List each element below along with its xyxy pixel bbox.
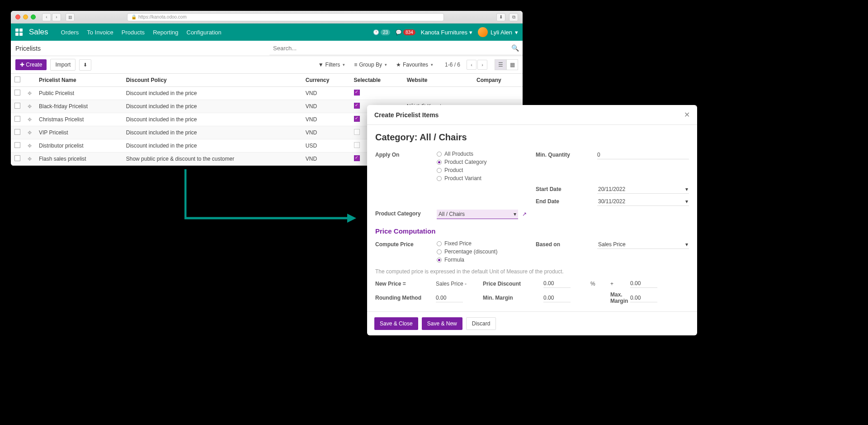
cell-policy: Show public price & discount to the cust… bbox=[123, 153, 302, 166]
end-date-input[interactable]: 30/11/2022▾ bbox=[597, 197, 689, 206]
create-button[interactable]: ✚ Create bbox=[15, 59, 47, 70]
download-icon[interactable]: ⬇ bbox=[496, 13, 505, 21]
nav-products[interactable]: Products bbox=[122, 29, 145, 36]
apply-on-all-products[interactable]: All Products bbox=[437, 151, 528, 157]
pager-prev-button[interactable]: ‹ bbox=[467, 60, 476, 70]
row-checkbox[interactable] bbox=[14, 90, 20, 96]
row-checkbox[interactable] bbox=[14, 103, 20, 109]
chevron-down-icon: ▾ bbox=[514, 211, 516, 217]
nav-orders[interactable]: Orders bbox=[61, 29, 79, 36]
price-discount-input[interactable] bbox=[543, 279, 571, 288]
download-button[interactable]: ⬇ bbox=[79, 59, 91, 71]
row-checkbox[interactable] bbox=[14, 116, 20, 122]
close-dialog-button[interactable]: ✕ bbox=[684, 110, 690, 119]
activity-badge[interactable]: 🕐 23 bbox=[373, 29, 390, 35]
row-checkbox[interactable] bbox=[14, 142, 20, 148]
sales-price-text: Sales Price - bbox=[436, 281, 476, 287]
compute-fixed-price[interactable]: Fixed Price bbox=[437, 240, 528, 247]
pager-next-button[interactable]: › bbox=[477, 60, 487, 70]
col-currency[interactable]: Currency bbox=[302, 74, 350, 87]
product-category-select[interactable]: All / Chairs▾ bbox=[437, 210, 518, 219]
compute-formula[interactable]: Formula bbox=[437, 257, 528, 263]
filters-dropdown[interactable]: ▼ Filters bbox=[316, 60, 348, 70]
cell-policy: Discount included in the price bbox=[123, 113, 302, 126]
save-close-button[interactable]: Save & Close bbox=[374, 317, 418, 330]
rounding-input[interactable] bbox=[436, 294, 463, 302]
annotation-arrow bbox=[184, 168, 356, 223]
product-category-label: Product Category bbox=[375, 210, 429, 217]
apps-menu-icon[interactable] bbox=[15, 29, 23, 36]
cell-name: VIP Pricelist bbox=[35, 126, 123, 139]
maximize-window-icon[interactable] bbox=[31, 14, 36, 19]
kanban-view-button[interactable]: ▦ bbox=[506, 59, 518, 70]
apply-on-product[interactable]: Product bbox=[437, 167, 528, 173]
sidebar-toggle-icon[interactable]: ▥ bbox=[66, 13, 75, 21]
dialog-title: Create Pricelist Items bbox=[374, 111, 439, 119]
select-all-checkbox[interactable] bbox=[14, 76, 20, 82]
import-button[interactable]: Import bbox=[50, 59, 75, 71]
minimize-window-icon[interactable] bbox=[23, 14, 28, 19]
search-input[interactable] bbox=[273, 45, 511, 52]
nav-forward-button[interactable]: › bbox=[52, 13, 61, 21]
discard-button[interactable]: Discard bbox=[466, 317, 496, 330]
tabs-icon[interactable]: ⧉ bbox=[509, 13, 518, 21]
cell-currency: VND bbox=[302, 153, 350, 166]
favourites-dropdown[interactable]: ★ Favourites bbox=[393, 60, 436, 70]
surcharge-input[interactable] bbox=[630, 279, 657, 288]
lock-icon: 🔒 bbox=[131, 14, 137, 19]
external-link-icon[interactable]: ↗ bbox=[522, 211, 527, 217]
col-website[interactable]: Website bbox=[403, 74, 473, 87]
user-menu[interactable]: Lyli Alen ▾ bbox=[478, 27, 518, 37]
pager-info: 1-6 / 6 bbox=[445, 62, 460, 68]
drag-handle-icon[interactable]: ✥ bbox=[28, 91, 32, 96]
search-icon[interactable]: 🔍 bbox=[511, 44, 519, 52]
cell-name: Black-friday Pricelist bbox=[35, 100, 123, 113]
max-margin-input[interactable] bbox=[630, 294, 657, 302]
drag-handle-icon[interactable]: ✥ bbox=[28, 104, 32, 109]
cell-name: Distributor pricelist bbox=[35, 139, 123, 153]
nav-configuration[interactable]: Configuration bbox=[187, 29, 222, 36]
browser-chrome: ‹ › ▥ 🔒 https://kanota.odoo.com ⬇ ⧉ bbox=[11, 11, 523, 24]
nav-reporting[interactable]: Reporting bbox=[153, 29, 178, 36]
hint-text: The computed price is expressed in the d… bbox=[375, 268, 689, 275]
min-margin-input[interactable] bbox=[543, 294, 571, 302]
compute-price-label: Compute Price bbox=[375, 240, 429, 248]
drag-handle-icon[interactable]: ✥ bbox=[28, 156, 32, 162]
col-name[interactable]: Pricelist Name bbox=[35, 74, 123, 87]
col-selectable[interactable]: Selectable bbox=[350, 74, 403, 87]
svg-marker-0 bbox=[347, 214, 356, 223]
cell-policy: Discount included in the price bbox=[123, 100, 302, 113]
url-bar[interactable]: 🔒 https://kanota.odoo.com bbox=[127, 13, 444, 21]
chevron-down-icon: ▾ bbox=[469, 29, 472, 36]
chevron-down-icon: ▾ bbox=[685, 186, 688, 192]
plus-sign: + bbox=[610, 281, 624, 287]
start-date-input[interactable]: 20/11/2022▾ bbox=[597, 185, 689, 194]
messages-badge[interactable]: 💬 834 bbox=[396, 29, 415, 35]
min-qty-input[interactable] bbox=[597, 151, 689, 159]
compute-percentage[interactable]: Percentage (discount) bbox=[437, 248, 528, 255]
col-policy[interactable]: Discount Policy bbox=[123, 74, 302, 87]
nav-back-button[interactable]: ‹ bbox=[42, 13, 51, 21]
table-row[interactable]: ✥Public PricelistDiscount included in th… bbox=[11, 87, 523, 100]
save-new-button[interactable]: Save & New bbox=[422, 317, 462, 330]
drag-handle-icon[interactable]: ✥ bbox=[28, 117, 32, 122]
cell-currency: VND bbox=[302, 126, 350, 139]
apply-on-product-variant[interactable]: Product Variant bbox=[437, 175, 528, 181]
apply-on-product-category[interactable]: Product Category bbox=[437, 159, 528, 165]
drag-handle-icon[interactable]: ✥ bbox=[28, 130, 32, 135]
company-selector[interactable]: Kanota Furnitures ▾ bbox=[421, 29, 472, 36]
drag-handle-icon[interactable]: ✥ bbox=[28, 143, 32, 148]
close-window-icon[interactable] bbox=[15, 14, 20, 19]
row-checkbox[interactable] bbox=[14, 129, 20, 135]
avatar bbox=[478, 27, 488, 37]
cell-policy: Discount included in the price bbox=[123, 139, 302, 153]
cell-currency: VND bbox=[302, 113, 350, 126]
nav-to-invoice[interactable]: To Invoice bbox=[87, 29, 113, 36]
price-discount-label: Price Discount bbox=[483, 281, 537, 287]
groupby-dropdown[interactable]: ≡ Group By bbox=[351, 60, 390, 70]
based-on-select[interactable]: Sales Price▾ bbox=[597, 240, 689, 249]
list-view-button[interactable]: ☰ bbox=[495, 59, 506, 70]
row-checkbox[interactable] bbox=[14, 155, 20, 161]
col-company[interactable]: Company bbox=[473, 74, 523, 87]
breadcrumb: Pricelists bbox=[11, 45, 45, 52]
